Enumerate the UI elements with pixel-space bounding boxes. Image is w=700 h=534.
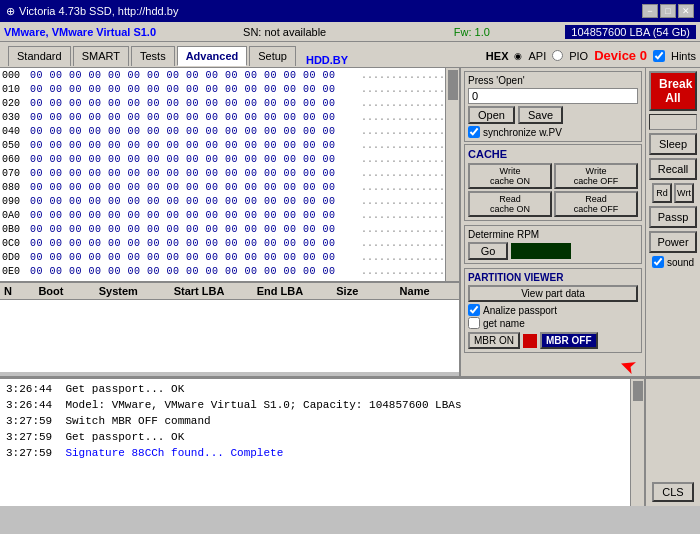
maximize-button[interactable]: □ <box>660 4 676 18</box>
open-input[interactable] <box>468 88 638 104</box>
device-label: Device 0 <box>594 48 647 63</box>
rd-button[interactable]: Rd <box>652 183 672 203</box>
hex-row: 0B000 00 00 00 00 00 00 00 00 00 00 00 0… <box>2 223 457 237</box>
mbr-on-button[interactable]: MBR ON <box>468 332 520 349</box>
hex-row: 05000 00 00 00 00 00 00 00 00 00 00 00 0… <box>2 139 457 153</box>
hex-row: 03000 00 00 00 00 00 00 00 00 00 00 00 0… <box>2 111 457 125</box>
log-row: 3:26:44 Model: VMware, VMware Virtual S1… <box>4 397 640 413</box>
partition-rows <box>0 300 459 372</box>
hex-row: 00000 00 00 00 00 00 00 00 00 00 00 00 0… <box>2 69 457 83</box>
minimize-button[interactable]: − <box>642 4 658 18</box>
hex-row: 0C000 00 00 00 00 00 00 00 00 00 00 00 0… <box>2 237 457 251</box>
press-open-label: Press 'Open' <box>468 75 638 86</box>
hex-row: 0D000 00 00 00 00 00 00 00 00 00 00 00 0… <box>2 251 457 265</box>
tab-setup[interactable]: Setup <box>249 46 296 66</box>
title-bar-text: Victoria 4.73b SSD, http://hdd.by <box>19 5 178 17</box>
hex-view: 00000 00 00 00 00 00 00 00 00 00 00 00 0… <box>0 68 460 281</box>
hex-row: 0A000 00 00 00 00 00 00 00 00 00 00 00 0… <box>2 209 457 223</box>
log-area-container: 3:26:44 Get passport... OK3:26:44 Model:… <box>0 378 700 506</box>
read-cache-off-button[interactable]: Readcache OFF <box>554 191 638 217</box>
break-all-button[interactable]: Break All <box>649 71 697 111</box>
tab-smart[interactable]: SMART <box>73 46 129 66</box>
recall-button[interactable]: Recall <box>649 158 697 180</box>
hex-row: 0E000 00 00 00 00 00 00 00 00 00 00 00 0… <box>2 265 457 279</box>
info-bar: VMware, VMware Virtual S1.0 SN: not avai… <box>0 22 700 42</box>
open-button[interactable]: Open <box>468 106 515 124</box>
col-endlba: End LBA <box>240 285 321 297</box>
hex-row: 07000 00 00 00 00 00 00 00 00 00 00 00 0… <box>2 167 457 181</box>
log-row: 3:27:59 Signature 88CCh found... Complet… <box>4 445 640 461</box>
hex-row: 04000 00 00 00 00 00 00 00 00 00 00 00 0… <box>2 125 457 139</box>
col-n: N <box>4 285 24 297</box>
sleep-button[interactable]: Sleep <box>649 133 697 155</box>
passp-button[interactable]: Passp <box>649 206 697 228</box>
hints-label: Hints <box>671 50 696 62</box>
title-bar: ⊕ Victoria 4.73b SSD, http://hdd.by − □ … <box>0 0 700 22</box>
read-cache-on-button[interactable]: Readcache ON <box>468 191 552 217</box>
mbr-off-button[interactable]: MBR OFF <box>540 332 598 349</box>
hex-row: 08000 00 00 00 00 00 00 00 00 00 00 00 0… <box>2 181 457 195</box>
hex-row: 01000 00 00 00 00 00 00 00 00 00 00 00 0… <box>2 83 457 97</box>
sync-checkbox[interactable] <box>468 126 480 138</box>
hdd-by-link[interactable]: HDD.BY <box>306 54 348 66</box>
analyze-passport-checkbox[interactable] <box>468 304 480 316</box>
hex-row: 06000 00 00 00 00 00 00 00 00 00 00 00 0… <box>2 153 457 167</box>
vmware-info: VMware, VMware Virtual S1.0 <box>4 26 191 38</box>
save-button[interactable]: Save <box>518 106 563 124</box>
hex-row: 02000 00 00 00 00 00 00 00 00 00 00 00 0… <box>2 97 457 111</box>
api-label: API <box>528 50 546 62</box>
rpm-group: Determine RPM Go <box>464 225 642 264</box>
partition-viewer-group: PARTITION VIEWER View part data Analize … <box>464 268 642 353</box>
log-scroll-thumb <box>633 381 643 401</box>
log-link[interactable]: Signature 88CCh found... Complete <box>65 447 283 459</box>
col-name: Name <box>374 285 455 297</box>
analyze-passport-label: Analize passport <box>483 305 557 316</box>
hex-row: 09000 00 00 00 00 00 00 00 00 00 00 00 0… <box>2 195 457 209</box>
get-name-label: get name <box>483 318 525 329</box>
api-radio[interactable] <box>552 50 563 61</box>
view-part-data-button[interactable]: View part data <box>468 285 638 302</box>
rd-wrt-row: Rd Wrt <box>652 183 694 203</box>
circle-icon: ◉ <box>514 51 522 61</box>
log-scrollbar[interactable] <box>630 379 644 506</box>
sync-label: synchronize w.PV <box>483 127 562 138</box>
hex-scrollbar[interactable] <box>445 68 459 281</box>
red-arrow: ➤ <box>616 355 639 380</box>
log-right-panel: CLS <box>645 378 700 506</box>
hex-scroll-thumb <box>448 70 458 100</box>
sound-label: sound <box>667 257 694 268</box>
sound-checkbox[interactable] <box>652 256 664 268</box>
wrt-button[interactable]: Wrt <box>674 183 694 203</box>
write-cache-off-button[interactable]: Writecache OFF <box>554 163 638 189</box>
side-buttons: Break All Sleep Recall Rd Wrt Passp Powe… <box>645 68 700 376</box>
log-row: 3:26:44 Get passport... OK <box>4 381 640 397</box>
power-button[interactable]: Power <box>649 231 697 253</box>
tab-advanced[interactable]: Advanced <box>177 46 248 66</box>
log-area: 3:26:44 Get passport... OK3:26:44 Model:… <box>0 378 645 506</box>
tab-tests[interactable]: Tests <box>131 46 175 66</box>
lba-info: 104857600 LBA (54 Gb) <box>565 25 696 39</box>
close-button[interactable]: ✕ <box>678 4 694 18</box>
col-startlba: Start LBA <box>159 285 240 297</box>
sound-row: sound <box>652 256 694 268</box>
cache-label: CACHE <box>468 148 638 160</box>
col-boot: Boot <box>24 285 78 297</box>
col-size: Size <box>320 285 374 297</box>
rpm-display <box>511 243 571 259</box>
hex-label: HEX <box>486 50 509 62</box>
firmware-version: Fw: 1.0 <box>378 26 565 38</box>
status-display <box>649 114 697 130</box>
hints-checkbox[interactable] <box>653 50 665 62</box>
write-cache-on-button[interactable]: Writecache ON <box>468 163 552 189</box>
serial-number: SN: not available <box>191 26 378 38</box>
app-icon: ⊕ <box>6 5 15 18</box>
mbr-red-indicator <box>523 334 537 348</box>
rpm-label: Determine RPM <box>468 229 638 240</box>
partition-table: N Boot System Start LBA End LBA Size Nam… <box>0 281 460 376</box>
go-button[interactable]: Go <box>468 242 508 260</box>
log-row: 3:27:59 Get passport... OK <box>4 429 640 445</box>
get-name-checkbox[interactable] <box>468 317 480 329</box>
cls-button[interactable]: CLS <box>652 482 693 502</box>
tab-standard[interactable]: Standard <box>8 46 71 66</box>
press-open-group: Press 'Open' Open Save synchronize w.PV <box>464 71 642 142</box>
